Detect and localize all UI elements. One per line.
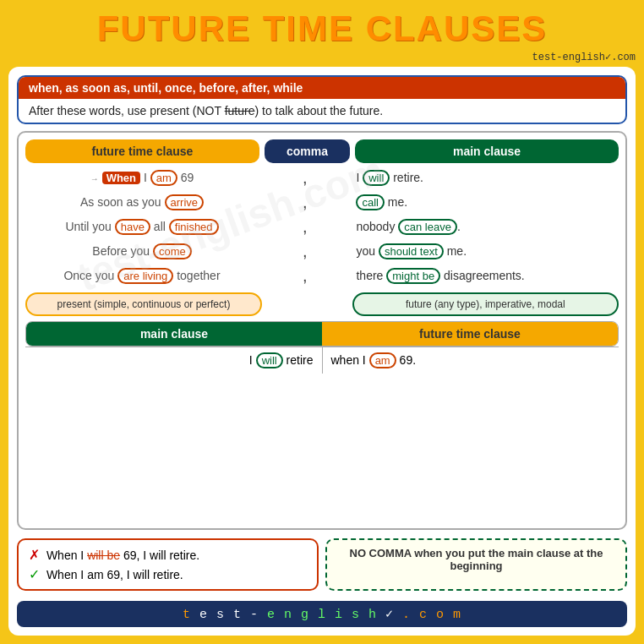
- table-row-5: Once you are living together , there mig…: [25, 266, 619, 286]
- pill-call: call: [356, 194, 385, 210]
- when-tag: When: [102, 172, 140, 184]
- pill-have: have: [115, 219, 150, 235]
- pill-are-living: are living: [117, 268, 173, 284]
- pill-might-be: might be: [386, 268, 440, 284]
- table-row-1: → When I am 69 , I will retire.: [25, 168, 619, 188]
- pill-will-1: will: [363, 170, 390, 186]
- bottom-labels: present (simple, continuous or perfect) …: [25, 292, 619, 316]
- bottom-cell-future: when I am 69.: [323, 347, 619, 374]
- cell-future-5: Once you are living together: [25, 266, 259, 286]
- bottom-data-row: I will retire when I am 69.: [25, 347, 619, 374]
- label-present: present (simple, continuous or perfect): [25, 292, 262, 316]
- bottom-col-main-header: main clause: [26, 322, 322, 346]
- bottom-table-container: main clause future time clause I will re…: [25, 321, 619, 374]
- cell-future-1: → When I am 69: [25, 168, 259, 188]
- table-row-2: As soon as you arrive , call me.: [25, 193, 619, 212]
- table-row-4: Before you come , you should text me.: [25, 242, 619, 261]
- cell-future-4: Before you come: [25, 242, 259, 261]
- pill-can-leave: can leave: [398, 219, 457, 235]
- cell-comma-2: ,: [264, 193, 346, 212]
- cell-comma-1: ,: [264, 168, 346, 188]
- pill-will-bottom: will: [256, 352, 283, 368]
- table-row-3: Until you have all finished , nobody can…: [25, 217, 619, 237]
- table-header-row: future time clause comma main clause: [25, 139, 619, 163]
- cell-main-2: call me.: [351, 193, 619, 212]
- bottom-table: main clause future time clause: [25, 321, 619, 347]
- cell-future-2: As soon as you arrive: [25, 193, 259, 212]
- pill-finished: finished: [169, 219, 219, 235]
- no-comma-box: NO COMMA when you put the main clause at…: [325, 538, 627, 591]
- cell-comma-4: ,: [264, 242, 346, 261]
- pill-come: come: [153, 243, 192, 259]
- info-box-header: when, as soon as, until, once, before, a…: [19, 77, 625, 99]
- diagram-area: test-english.com future time clause comm…: [17, 131, 627, 530]
- pill-should-text: should text: [379, 243, 444, 259]
- info-box: when, as soon as, until, once, before, a…: [17, 75, 627, 124]
- main-title: FUTURE TIME CLAUSES: [8, 8, 636, 49]
- bottom-col-future-header: future time clause: [322, 322, 618, 346]
- footer-examples: ✗ When I will be 69, I will retire. ✓ Wh…: [17, 538, 627, 591]
- cell-comma-3: ,: [264, 217, 346, 237]
- pill-am: am: [150, 170, 177, 186]
- cell-main-1: I will retire.: [351, 168, 619, 188]
- label-future: future (any type), imperative, modal: [352, 292, 619, 316]
- cell-main-3: nobody can leave.: [351, 217, 619, 237]
- cell-main-4: you should text me.: [351, 242, 619, 261]
- pill-am-bottom: am: [369, 352, 396, 368]
- col-future-header: future time clause: [25, 139, 259, 163]
- cell-main-5: there might be disagreements.: [351, 266, 619, 286]
- pill-arrive: arrive: [165, 194, 205, 210]
- cell-comma-5: ,: [264, 266, 346, 286]
- cell-future-3: Until you have all finished: [25, 217, 259, 237]
- bottom-cell-main: I will retire: [25, 347, 323, 374]
- col-comma-header: comma: [265, 139, 350, 163]
- website-top: test-english✓.com: [8, 51, 636, 63]
- example-wrong: ✗ When I will be 69, I will retire. ✓ Wh…: [17, 538, 319, 591]
- footer-bar: t e s t - e n g l i s h ✓ . c o m: [17, 601, 627, 627]
- col-main-header: main clause: [355, 139, 619, 163]
- info-box-body: After these words, use present (NOT futu…: [19, 99, 625, 123]
